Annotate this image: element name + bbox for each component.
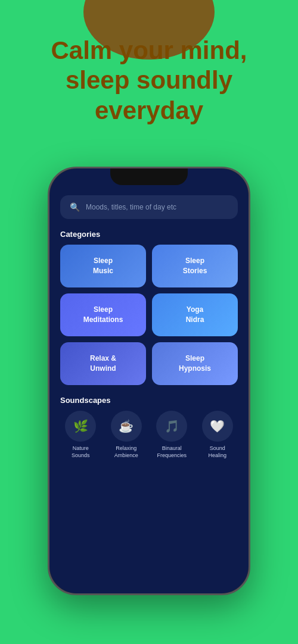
search-bar[interactable]: 🔍 Moods, titles, time of day etc [60, 195, 238, 219]
binaural-frequencies-icon: 🎵 [156, 411, 187, 442]
hero-title: Calm your mind, sleep soundly everyday [18, 36, 280, 126]
category-yoga-nidra-label: YogaNidra [186, 305, 204, 325]
category-sleep-stories[interactable]: SleepStories [152, 245, 238, 287]
categories-title: Categories [60, 230, 238, 239]
category-sleep-hypnosis-label: SleepHypnosis [179, 354, 211, 374]
categories-grid: SleepMusic SleepStories SleepMeditations… [60, 245, 238, 385]
category-relax-unwind[interactable]: Relax &Unwind [60, 342, 146, 385]
category-sleep-music-label: SleepMusic [93, 256, 113, 276]
phone-outer: 🔍 Moods, titles, time of day etc Categor… [48, 167, 250, 595]
soundscape-relaxing-ambience[interactable]: ☕ RelaxingAmbience [106, 411, 147, 459]
phone-notch [110, 168, 188, 185]
nature-sounds-label: NatureSounds [72, 445, 90, 459]
soundscapes-row: 🌿 NatureSounds ☕ RelaxingAmbience 🎵 Bina… [60, 411, 238, 459]
soundscape-sound-healing[interactable]: 🤍 SoundHealing [197, 411, 238, 459]
sound-healing-label: SoundHealing [208, 445, 226, 459]
nature-sounds-icon: 🌿 [65, 411, 96, 442]
phone-mockup: 🔍 Moods, titles, time of day etc Categor… [48, 167, 250, 595]
soundscape-binaural-frequencies[interactable]: 🎵 BinauralFrequencies [151, 411, 193, 459]
sound-healing-icon: 🤍 [202, 411, 233, 442]
category-sleep-stories-label: SleepStories [183, 256, 207, 276]
relaxing-ambience-label: RelaxingAmbience [114, 445, 138, 459]
category-sleep-meditations-label: SleepMeditations [83, 305, 123, 325]
category-relax-unwind-label: Relax &Unwind [90, 354, 116, 374]
category-sleep-meditations[interactable]: SleepMeditations [60, 293, 146, 336]
binaural-frequencies-label: BinauralFrequencies [157, 445, 187, 459]
search-icon: 🔍 [70, 202, 80, 212]
phone-screen: 🔍 Moods, titles, time of day etc Categor… [49, 168, 249, 593]
relaxing-ambience-icon: ☕ [111, 411, 142, 442]
search-placeholder-text: Moods, titles, time of day etc [86, 203, 176, 211]
soundscape-nature-sounds[interactable]: 🌿 NatureSounds [60, 411, 101, 459]
category-sleep-music[interactable]: SleepMusic [60, 245, 146, 287]
power-button [249, 246, 250, 282]
hero-section: Calm your mind, sleep soundly everyday [0, 36, 298, 126]
soundscapes-title: Soundscapes [60, 396, 238, 405]
category-sleep-hypnosis[interactable]: SleepHypnosis [152, 342, 238, 385]
category-yoga-nidra[interactable]: YogaNidra [152, 293, 238, 336]
